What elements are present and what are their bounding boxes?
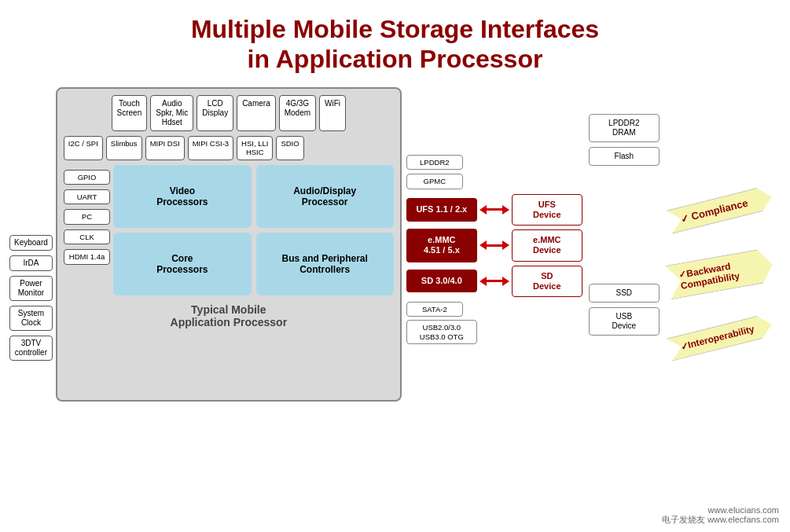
annotations-column: ✓ Compliance ✓BackwardCompatibility ✓Int… — [667, 197, 773, 402]
proc-audio-display: Audio/DisplayProcessor — [256, 165, 394, 228]
inner-label-uart: UART — [64, 189, 110, 204]
top-peripherals: TouchScreen AudioSpkr, MicHdset LCDDispl… — [64, 95, 394, 131]
usb-device-box: USBDevice — [589, 307, 660, 336]
bus-row: I2C / SPI Slimbus MIPI DSI MIPI CSI-3 HS… — [64, 136, 394, 160]
flash-box: Flash — [589, 147, 660, 166]
title-line1: Multiple Mobile Storage Interfaces — [0, 14, 790, 44]
peripheral-wifi: WiFi — [319, 95, 346, 131]
sd-row: SD 3.0/4.0 SDDevice — [406, 266, 582, 297]
inner-left-labels: GPIO UART PC CLK HDMI 1.4a — [64, 170, 110, 295]
gpmc-box: GPMC — [406, 174, 463, 189]
inner-area: GPIO UART PC CLK HDMI 1.4a VideoProcesso… — [64, 165, 394, 295]
usb-box: USB2.0/3.0USB3.0 OTG — [406, 320, 477, 344]
dram-flash-column: LPDDR2DRAM Flash SSD USBDevice — [589, 87, 660, 402]
bus-mipi-csi: MIPI CSI-3 — [188, 136, 233, 160]
emmc-row: e.MMC4.51 / 5.x e.MMCDevice — [406, 229, 582, 262]
sd-device-box: SDDevice — [512, 266, 582, 297]
processor-grid: VideoProcessors Audio/DisplayProcessor C… — [113, 165, 394, 295]
title-line2: in Application Processor — [0, 44, 790, 74]
left-label-3dtv: 3DTVcontroller — [9, 336, 53, 361]
inner-label-gpio: GPIO — [64, 170, 110, 185]
left-label-power-monitor: PowerMonitor — [9, 276, 53, 301]
proc-video: VideoProcessors — [113, 165, 251, 228]
sd-interface-btn: SD 3.0/4.0 — [406, 270, 477, 292]
lpddr2-dram-box: LPDDR2DRAM — [589, 114, 660, 142]
peripheral-modem: 4G/3GModem — [279, 95, 316, 131]
inner-label-hdmi: HDMI 1.4a — [64, 249, 110, 264]
lpddr2-box: LPDDR2 — [406, 155, 463, 170]
ssd-box: SSD — [589, 284, 660, 303]
left-label-keyboard: Keyboard — [9, 235, 53, 251]
inner-label-pc: PC — [64, 209, 110, 224]
peripheral-camera: Camera — [237, 95, 276, 131]
bus-mipi-dsi: MIPI DSI — [145, 136, 185, 160]
sata-box: SATA-2 — [406, 302, 463, 317]
right-section: LPDDR2 GPMC UFS 1.1 / 2.x UFSDevice e.MM… — [406, 87, 582, 402]
arrow-ufs — [480, 205, 509, 215]
arrow-sd — [480, 277, 509, 286]
left-labels-column: Keyboard IrDA PowerMonitor SystemClock 3… — [9, 87, 53, 402]
processor-outer-block: TouchScreen AudioSpkr, MicHdset LCDDispl… — [56, 87, 402, 402]
peripheral-touch-screen: TouchScreen — [112, 95, 148, 131]
proc-bottom-label: Typical MobileApplication Processor — [64, 303, 394, 328]
bus-hsi: HSI, LLIHSIC — [237, 136, 273, 160]
watermark-elecfans: 电子发烧友 www.elecfans.com — [662, 514, 779, 526]
bus-i2c-spi: I2C / SPI — [64, 136, 103, 160]
compliance-arrow: ✓ Compliance — [666, 185, 774, 234]
peripheral-lcd: LCDDisplay — [197, 95, 233, 131]
bus-sdio: SDIO — [276, 136, 303, 160]
emmc-device-box: e.MMCDevice — [512, 229, 582, 261]
bus-slimbus: Slimbus — [106, 136, 142, 160]
emmc-interface-btn: e.MMC4.51 / 5.x — [406, 229, 477, 262]
ufs-device-box: UFSDevice — [512, 194, 582, 226]
inner-label-clk: CLK — [64, 229, 110, 244]
left-label-irda: IrDA — [9, 255, 53, 271]
title: Multiple Mobile Storage Interfaces in Ap… — [0, 0, 790, 83]
peripheral-audio: AudioSpkr, MicHdset — [150, 95, 193, 131]
proc-core: CoreProcessors — [113, 233, 251, 295]
interoperability-arrow: ✓Interoperability — [666, 313, 774, 361]
ufs-row: UFS 1.1 / 2.x UFSDevice — [406, 194, 582, 226]
proc-bus-peripheral: Bus and PeripheralControllers — [256, 233, 394, 295]
ufs-interface-btn: UFS 1.1 / 2.x — [406, 198, 477, 221]
arrow-emmc — [480, 240, 509, 250]
left-label-system-clock: SystemClock — [9, 306, 53, 331]
backward-compat-arrow: ✓BackwardCompatibility — [665, 247, 775, 299]
